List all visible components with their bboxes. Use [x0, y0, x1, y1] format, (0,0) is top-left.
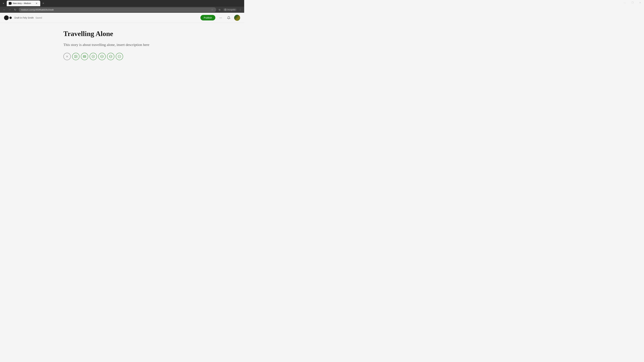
notifications-button[interactable] [226, 15, 232, 20]
story-title[interactable]: Travelling Alone [64, 29, 181, 38]
logo-circle-large [4, 15, 9, 20]
url-bar[interactable]: medium.com/p/450f6a6826c0/edit ☆ [19, 7, 216, 12]
avatar[interactable] [234, 15, 240, 21]
more-icon: ··· [219, 16, 222, 19]
tab-title: New story – Medium [13, 2, 34, 4]
add-video-button[interactable] [90, 53, 97, 60]
url-text: medium.com/p/450f6a6826c0/edit [21, 8, 209, 11]
add-image-button[interactable] [72, 53, 80, 60]
header-left: Draft in Fely Smith Saved [4, 15, 42, 20]
bookmark-button[interactable]: ☆ [210, 8, 214, 12]
editor-area: Travelling Alone This story is about tra… [60, 23, 184, 67]
tab-close-button[interactable]: ✕ [35, 2, 38, 5]
tab-favicon [9, 2, 12, 5]
add-embed-button[interactable] [81, 53, 88, 60]
page-content: Draft in Fely Smith Saved Publish ··· [0, 13, 244, 137]
add-code-button[interactable] [107, 53, 114, 60]
story-description[interactable]: This story is about travelling alone, in… [64, 42, 181, 47]
html-icon [100, 55, 104, 58]
image-icon [74, 55, 78, 58]
svg-marker-11 [93, 56, 94, 57]
forward-button[interactable]: → [8, 7, 12, 12]
add-html-button[interactable] [98, 53, 106, 60]
embed-icon [83, 55, 86, 58]
incognito-icon [224, 8, 226, 11]
browser-chrome: ▾ New story – Medium ✕ + [0, 0, 244, 7]
logo-circles [4, 15, 12, 20]
saved-badge: Saved [36, 16, 42, 19]
incognito-label: Incognito [227, 8, 236, 11]
bell-icon [227, 16, 230, 19]
add-separator-button[interactable] [116, 53, 123, 60]
tab-bar: ▾ New story – Medium ✕ + [1, 0, 243, 7]
more-options-button[interactable]: ··· [218, 15, 224, 20]
extensions-button[interactable]: ⧉ [218, 8, 222, 12]
nav-buttons: ← → ↻ [2, 7, 18, 12]
url-actions: ☆ [210, 8, 214, 12]
logo-circle-small [10, 16, 12, 19]
new-tab-button[interactable]: + [41, 1, 46, 6]
separator-icon [118, 55, 121, 58]
draft-info: Draft in Fely Smith Saved [14, 16, 42, 19]
draft-text: Draft in Fely Smith [14, 16, 34, 19]
address-bar: ← → ↻ medium.com/p/450f6a6826c0/edit ☆ ⧉… [0, 7, 244, 13]
tab-group-nav: ▾ [1, 1, 5, 5]
tab-group-button[interactable]: ▾ [1, 1, 5, 5]
medium-header: Draft in Fely Smith Saved Publish ··· [0, 13, 244, 23]
active-tab[interactable]: New story – Medium ✕ [7, 0, 40, 6]
close-toolbar-button[interactable] [64, 53, 71, 60]
browser-actions: ⧉ Incognito ⋮ [218, 8, 242, 12]
code-icon [109, 55, 112, 58]
medium-logo[interactable] [4, 15, 12, 20]
incognito-badge: Incognito [223, 8, 237, 11]
close-icon [66, 55, 69, 58]
header-right: Publish ··· [200, 15, 240, 21]
svg-point-1 [226, 10, 226, 10]
video-icon [92, 55, 95, 58]
svg-point-5 [75, 56, 76, 56]
reload-button[interactable]: ↻ [13, 7, 18, 12]
menu-button[interactable]: ⋮ [238, 8, 242, 12]
back-button[interactable]: ← [2, 7, 7, 12]
svg-point-0 [225, 10, 226, 10]
publish-button[interactable]: Publish [200, 15, 215, 20]
editor-toolbar [64, 53, 181, 60]
